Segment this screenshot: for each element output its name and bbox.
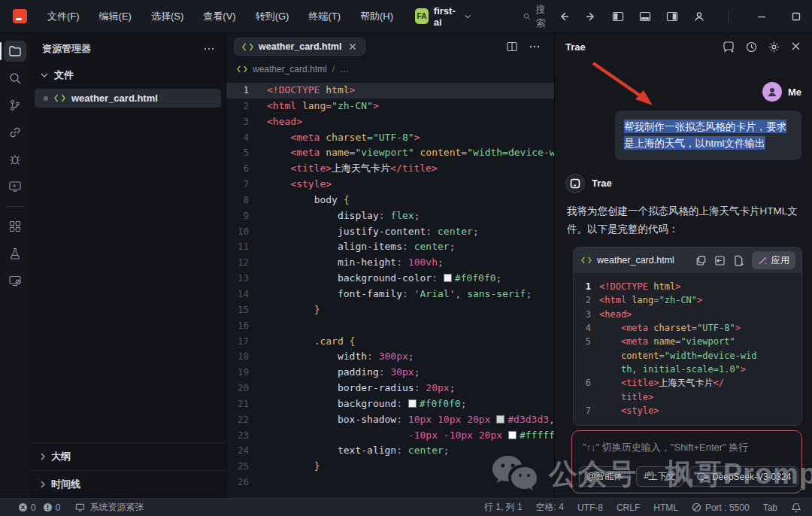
workspace-switcher[interactable]: FA first-ai [415, 5, 471, 28]
status-item[interactable]: 空格: 4 [536, 501, 564, 514]
copy-icon[interactable] [695, 255, 707, 266]
code-line[interactable]: 7 <style> [226, 177, 554, 193]
chip-button[interactable]: @智能体 [579, 466, 630, 487]
menu-item[interactable]: 选择(S) [144, 7, 190, 26]
tab-weather-card[interactable]: weather_card.html [234, 38, 365, 56]
model-selector-chip[interactable]: DeepSeek-V3-0324 [689, 466, 798, 487]
chevron-right-icon [41, 453, 45, 460]
code-line[interactable]: 6 <title>上海天气卡片</title> [226, 161, 554, 177]
code-line[interactable]: 15 } [226, 302, 554, 318]
apply-label: 应用 [771, 254, 789, 267]
code-line[interactable]: 26 [226, 475, 554, 490]
code-line[interactable]: 16 [226, 318, 554, 334]
debug-icon[interactable] [0, 146, 30, 173]
explorer-sidebar: 资源管理器 文件 weather_card.html 大纲 时间线 [30, 33, 226, 498]
code-line[interactable]: 12 min-height: 100vh; [226, 255, 554, 271]
code-line[interactable]: 4 <meta charset="UTF-8"> [226, 130, 554, 146]
code-line[interactable]: 11 align-items: center; [226, 239, 554, 255]
settings-gear-icon[interactable] [768, 41, 780, 53]
user-message-text: 帮我制作一张拟态风格的卡片，要求是上海的天气，以html文件输出 [624, 120, 786, 150]
menu-item[interactable]: 编辑(E) [92, 7, 138, 26]
code-text [267, 475, 273, 490]
explorer-icon[interactable] [0, 38, 30, 65]
outline-section-header[interactable]: 大纲 [30, 442, 226, 470]
status-item[interactable]: UTF-8 [577, 502, 603, 513]
editor-more-icon[interactable] [529, 41, 541, 53]
code-line[interactable]: 20 border-radius: 20px; [226, 381, 554, 396]
toggle-left-panel-icon[interactable] [612, 11, 624, 23]
code-line[interactable]: 18 width: 300px; [226, 349, 554, 365]
maximize-button[interactable] [790, 11, 802, 23]
code-line[interactable]: 21 background: #f0f0f0; [226, 396, 554, 412]
source-control-icon[interactable] [0, 92, 30, 119]
line-number: 17 [226, 334, 249, 350]
menu-item[interactable]: 帮助(H) [353, 7, 400, 26]
menu-item[interactable]: 终端(T) [301, 7, 347, 26]
code-line[interactable]: 25 } [226, 459, 554, 475]
menu-item[interactable]: 查看(V) [196, 7, 242, 26]
split-editor-icon[interactable] [506, 41, 518, 53]
status-item[interactable]: Tab [763, 502, 777, 513]
global-search[interactable]: 搜索 [514, 0, 558, 34]
line-number: 1 [226, 83, 249, 99]
nav-forward-icon[interactable] [585, 11, 597, 23]
apply-button[interactable]: 应用 [752, 251, 795, 269]
breadcrumb[interactable]: weather_card.html / … [226, 59, 554, 80]
tab-close-icon[interactable] [348, 42, 357, 51]
menu-item[interactable]: 文件(F) [41, 7, 86, 26]
line-number: 19 [226, 365, 249, 381]
code-icon [54, 94, 65, 102]
preview-icon[interactable] [0, 173, 30, 200]
code-line[interactable]: 3<head> [226, 114, 554, 130]
minimize-button[interactable] [756, 11, 768, 23]
deepseek-logo-icon [697, 472, 708, 481]
toggle-right-panel-icon[interactable] [666, 11, 678, 23]
code-line[interactable]: 19 padding: 30px; [226, 365, 554, 381]
code-line[interactable]: 8 body { [226, 193, 554, 208]
code-line[interactable]: 22 box-shadow: 10px 10px 20px #d3d3d3, [226, 412, 554, 428]
status-item[interactable]: CRLF [617, 502, 640, 513]
code-line[interactable]: 23 -10px -10px 20px #ffffff [226, 428, 554, 444]
code-line[interactable]: 9 display: flex; [226, 208, 554, 224]
remote-monitor-icon[interactable] [0, 267, 30, 294]
file-item-weather-card[interactable]: weather_card.html [35, 89, 221, 108]
status-item[interactable]: 行 1, 列 1 [484, 501, 523, 514]
menu-item[interactable]: 转到(G) [249, 7, 296, 26]
nav-back-icon[interactable] [558, 11, 570, 23]
status-item[interactable]: Port : 5500 [692, 502, 750, 513]
timeline-section-header[interactable]: 时间线 [30, 470, 226, 498]
close-panel-icon[interactable] [790, 41, 801, 52]
code-text: display: flex; [267, 208, 420, 224]
chat-input-box[interactable]: "↑↓" 切换历史输入，"Shift+Enter" 换行 @智能体#上下文Dee… [571, 430, 802, 493]
code-line[interactable]: 5 <meta name="viewport" content="width=d… [226, 145, 554, 161]
test-flask-icon[interactable] [0, 240, 30, 267]
link-icon[interactable] [0, 119, 30, 146]
code-line[interactable]: 10 justify-content: center; [226, 224, 554, 240]
code-icon [237, 65, 247, 73]
chat-messages[interactable]: Me 帮我制作一张拟态风格的卡片，要求是上海的天气，以html文件输出 Trae… [555, 61, 812, 498]
code-line[interactable]: 14 font-family: 'Arial', sans-serif; [226, 287, 554, 302]
toggle-bottom-panel-icon[interactable] [639, 11, 651, 23]
line-number: 14 [226, 287, 249, 302]
new-chat-icon[interactable] [723, 41, 735, 53]
bell-icon[interactable] [791, 502, 801, 513]
extensions-icon[interactable] [0, 213, 30, 240]
resource-warning[interactable]: 系统资源紧张 [75, 501, 144, 514]
code-editor[interactable]: 1<!DOCTYPE html>2<html lang="zh-CN">3<he… [226, 80, 554, 498]
files-section-header[interactable]: 文件 [30, 63, 226, 87]
code-line[interactable]: 17 .card { [226, 334, 554, 350]
account-icon[interactable] [693, 11, 705, 23]
status-item[interactable]: HTML [653, 502, 678, 513]
chevron-right-icon [41, 481, 45, 488]
new-file-icon[interactable] [733, 255, 744, 266]
code-line[interactable]: 24 text-align: center; [226, 443, 554, 459]
code-line[interactable]: 1<!DOCTYPE html> [226, 83, 554, 99]
code-line[interactable]: 2<html lang="zh-CN"> [226, 99, 554, 114]
search-sidebar-icon[interactable] [0, 65, 30, 92]
explorer-more-icon[interactable] [203, 43, 215, 55]
history-icon[interactable] [745, 41, 758, 53]
chip-button[interactable]: #上下文 [636, 466, 683, 487]
problems-indicator[interactable]: 0 0 [18, 502, 60, 513]
insert-code-icon[interactable] [714, 255, 726, 266]
code-line[interactable]: 13 background-color: #f0f0f0; [226, 271, 554, 287]
